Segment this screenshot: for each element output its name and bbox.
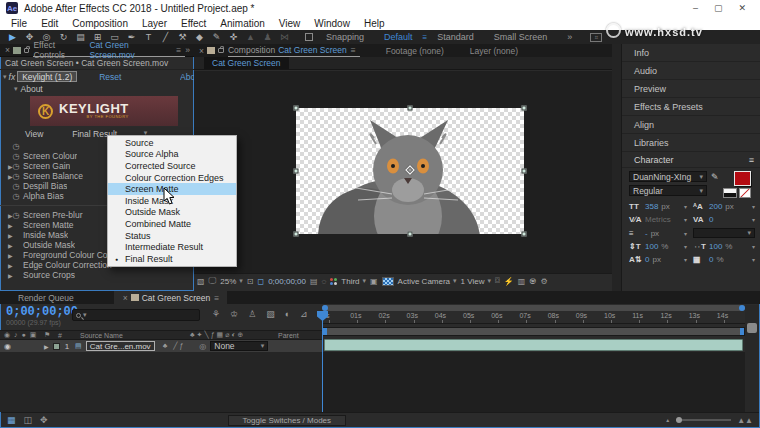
mask-visibility-icon[interactable]: ◻ — [258, 277, 265, 286]
kerning-value[interactable]: Metrics — [645, 215, 671, 224]
stopwatch-icon[interactable]: ◷ — [10, 152, 22, 161]
dropdown-option[interactable]: Combined Matte — [108, 218, 236, 230]
param-expand-caret[interactable]: ▶ — [0, 262, 10, 269]
tracking-value[interactable]: 0 — [709, 215, 713, 224]
expand-inout-icon[interactable]: ✥ — [40, 415, 48, 425]
workspace-menu-icon[interactable]: ≡ — [423, 33, 428, 42]
dropdown-option[interactable]: Corrected Source — [108, 160, 236, 172]
chevron-down-icon[interactable]: ▾ — [684, 256, 687, 263]
work-area-bar[interactable] — [322, 327, 745, 336]
draft-3d-icon[interactable]: ♔ — [230, 309, 238, 319]
font-family-select[interactable]: DuanNing-XIng ▾ — [629, 171, 707, 182]
panel-menu-icon[interactable]: ≡ — [176, 45, 181, 55]
layer-visibility-icon[interactable]: ◉ — [0, 342, 12, 351]
region-of-interest-icon[interactable]: ▣ — [370, 277, 378, 286]
parent-column-header[interactable]: Parent — [278, 332, 299, 339]
panel-menu-icon[interactable]: ≡ — [351, 45, 356, 55]
stopwatch-icon[interactable]: ◷ — [10, 172, 22, 181]
selection-handle[interactable] — [294, 232, 299, 237]
stopwatch-icon[interactable]: ◷ — [10, 162, 22, 171]
effect-param-row[interactable]: ▶ Source Crops — [0, 270, 194, 280]
tsume-control[interactable]: ▦ 0 % ▾ — [693, 255, 755, 264]
tracking-control[interactable]: VA 0 ▾ — [693, 215, 755, 224]
time-ruler[interactable]: 0s01s02s03s04s05s06s07s08s09s10s11s12s13… — [322, 311, 745, 324]
dropdown-option[interactable]: Intermediate Result — [108, 241, 236, 253]
dropdown-option[interactable]: Colour Correction Edges — [108, 172, 236, 184]
graph-editor-icon[interactable]: ⊿ — [300, 309, 308, 319]
tab-composition[interactable]: Composition Cat Green Screen ≡ — [228, 44, 360, 57]
fill-color-swatch[interactable] — [734, 171, 751, 186]
chevron-down-icon[interactable]: ▾ — [752, 256, 755, 263]
dropdown-option[interactable]: Source Alpha — [108, 149, 236, 161]
font-size-control[interactable]: TT 358 px ▾ — [629, 202, 687, 211]
dropdown-option[interactable]: Outside Mask — [108, 207, 236, 219]
tab-render-queue[interactable]: Render Queue — [18, 293, 74, 303]
panel-menu-icon[interactable]: ≡ — [749, 155, 754, 165]
stopwatch-icon[interactable]: ◷ — [10, 142, 22, 151]
chevron-down-icon[interactable]: ▾ — [752, 203, 755, 210]
menu-item[interactable]: Animation — [213, 18, 271, 29]
tab-layer[interactable]: Layer (none) — [470, 46, 518, 56]
menu-item[interactable]: Window — [307, 18, 357, 29]
toggle-switches-modes-button[interactable]: Toggle Switches / Modes — [228, 415, 347, 426]
chevron-down-icon[interactable]: ▾ — [684, 203, 687, 210]
selection-handle[interactable] — [408, 232, 413, 237]
selection-handle[interactable] — [522, 169, 527, 174]
parent-pickwhip-icon[interactable]: ◎ — [199, 342, 206, 351]
composition-viewer[interactable] — [194, 71, 612, 273]
composition-frame[interactable] — [296, 108, 524, 234]
exposure-gear-icon[interactable]: ⚙ — [541, 277, 548, 286]
playhead-line[interactable] — [322, 311, 323, 412]
workspace-standard[interactable]: Standard — [437, 32, 474, 42]
about-group-row[interactable]: ▾ About — [0, 83, 194, 95]
minimize-button[interactable]: – — [693, 3, 698, 13]
stroke-width-control[interactable]: ≡ - px ▾ — [629, 228, 687, 238]
dropdown-option[interactable]: Status — [108, 230, 236, 242]
magnification-select[interactable]: 25% ▾ — [220, 277, 243, 286]
param-expand-caret[interactable]: ▶ — [0, 173, 10, 180]
effect-about-link[interactable]: About — [180, 72, 194, 82]
menu-item[interactable]: Edit — [34, 18, 65, 29]
vertical-scale-control[interactable]: ⇕T 100 % ▾ — [629, 242, 687, 251]
effect-reset-link[interactable]: Reset — [99, 72, 121, 82]
panel-overflow-icon[interactable]: » — [185, 45, 194, 55]
leading-control[interactable]: ᴬA 200 px ▾ — [693, 202, 755, 211]
chevron-down-icon[interactable]: ▾ — [684, 243, 687, 250]
sidebar-panel-header[interactable]: Preview — [622, 80, 760, 98]
selection-handle[interactable] — [294, 106, 299, 111]
effect-header-row[interactable]: ▾ fx Keylight (1.2) Reset About — [0, 70, 194, 83]
horizontal-scale-control[interactable]: ⇔T 100 % ▾ — [693, 242, 755, 251]
lock-icon[interactable] — [24, 48, 30, 53]
tab-effect-controls[interactable]: Effect Controls Cat Green Screen.mov ≡ — [33, 44, 185, 57]
track-area[interactable] — [322, 352, 745, 412]
tool-icon[interactable]: ▶ — [4, 32, 21, 42]
selection-handle[interactable] — [408, 106, 413, 111]
zoom-in-icon[interactable]: ▲▲ — [737, 416, 753, 425]
font-style-select[interactable]: Regular ▾ — [629, 185, 707, 196]
main-viewer-icon[interactable]: 🖵 — [209, 276, 217, 286]
chevron-down-icon[interactable]: ▾ — [752, 243, 755, 250]
sidebar-panel-header[interactable]: Libraries — [622, 134, 760, 152]
menu-item[interactable]: File — [4, 18, 34, 29]
layer-name[interactable]: Cat Gre...en.mov — [86, 341, 155, 351]
source-name-column-header[interactable]: Source Name — [80, 332, 190, 339]
baseline-shift-control[interactable]: A⇅ 0 px ▾ — [629, 255, 687, 264]
font-size-value[interactable]: 358 — [645, 202, 658, 211]
tab-footage[interactable]: Footage (none) — [386, 46, 444, 56]
effect-expand-caret[interactable]: ▾ — [3, 73, 7, 81]
param-expand-caret[interactable]: ▶ — [0, 222, 10, 229]
transparency-grid-icon[interactable] — [382, 277, 394, 286]
zoom-slider[interactable] — [676, 419, 731, 421]
current-timecode[interactable]: 0;00;00;00 — [6, 305, 78, 319]
stroke-type-select[interactable]: ▾ — [693, 228, 755, 238]
layer-row[interactable]: ◉ ▶ 1 ▤ Cat Gre...en.mov ♣ ╱ƒ ◎ None ▾ — [0, 340, 322, 352]
menu-item[interactable]: Composition — [65, 18, 135, 29]
param-expand-caret[interactable]: ▶ — [0, 163, 10, 170]
show-snapshot-icon[interactable]: ◌ — [322, 277, 327, 286]
about-expand-caret[interactable]: ▾ — [14, 85, 18, 93]
tool-icon[interactable]: ▲ — [242, 32, 259, 42]
workspace-search-icon[interactable]: ⌗ — [590, 33, 602, 42]
layer-color-swatch[interactable] — [53, 343, 60, 350]
tool-icon[interactable]: ♟ — [259, 32, 276, 42]
close-icon[interactable]: × — [5, 45, 10, 55]
